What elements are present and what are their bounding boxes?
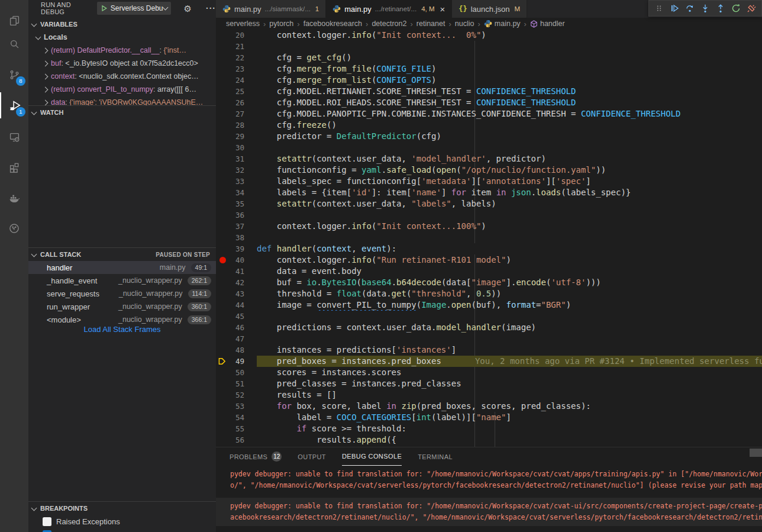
- code-line[interactable]: 30: [216, 142, 762, 153]
- gutter-margin[interactable]: [216, 434, 229, 446]
- gutter-margin[interactable]: [216, 412, 229, 423]
- code-line[interactable]: 22 cfg = get_cfg(): [216, 52, 762, 63]
- gutter-margin[interactable]: [216, 198, 229, 209]
- gutter-margin[interactable]: [216, 367, 229, 378]
- gutter-margin[interactable]: [216, 266, 229, 277]
- editor-tab[interactable]: main.py.../retinanet/...4, M×: [326, 0, 452, 18]
- variable-row[interactable]: (return) DefaultPredictor.__call__: {'in…: [28, 44, 216, 57]
- variable-row[interactable]: context: <nuclio_sdk.context.Context obj…: [28, 70, 216, 83]
- code-line[interactable]: 50 scores = instances.scores: [216, 367, 762, 378]
- activity-remote-explorer[interactable]: [0, 124, 28, 150]
- code-line[interactable]: 37 context.logger.info("Init context...1…: [216, 221, 762, 232]
- gutter-margin[interactable]: [216, 30, 229, 41]
- gutter-margin[interactable]: [216, 187, 229, 198]
- panel-scrollbar[interactable]: [750, 449, 762, 457]
- load-all-stack-frames-link[interactable]: Load All Stack Frames: [28, 325, 216, 334]
- code-editor[interactable]: 20 context.logger.info("Init context... …: [216, 30, 762, 447]
- gutter-margin[interactable]: [216, 165, 229, 176]
- gutter-margin[interactable]: [216, 41, 229, 52]
- variable-row[interactable]: buf: <_io.BytesIO object at 0x7f5a2dc1ec…: [28, 57, 216, 70]
- code-line[interactable]: 47: [216, 333, 762, 344]
- activity-extensions[interactable]: [0, 154, 28, 180]
- activity-run-debug[interactable]: 1: [0, 92, 28, 118]
- breakpoint-row[interactable]: ✓Uncaught Exceptions: [28, 528, 216, 532]
- gutter-margin[interactable]: [216, 63, 229, 75]
- code-line[interactable]: 20 context.logger.info("Init context... …: [216, 30, 762, 41]
- gutter-margin[interactable]: [216, 389, 229, 401]
- code-line[interactable]: 36: [216, 209, 762, 221]
- code-line[interactable]: 56 results.append({: [216, 434, 762, 446]
- debug-config-dropdown[interactable]: Serverless Debu: [97, 2, 171, 15]
- stack-frame-row[interactable]: serve_requests_nuclio_wrapper.py114:1: [28, 287, 216, 300]
- gutter-margin[interactable]: [216, 311, 229, 322]
- code-line[interactable]: 33 labels_spec = functionconfig['metadat…: [216, 176, 762, 187]
- breadcrumb-item[interactable]: detectron2: [372, 20, 406, 28]
- continue-button[interactable]: [667, 1, 682, 15]
- breakpoint-icon[interactable]: [219, 257, 226, 263]
- step-over-button[interactable]: [682, 1, 698, 15]
- code-line[interactable]: 26 cfg.MODEL.ROI_HEADS.SCORE_THRESH_TEST…: [216, 97, 762, 108]
- code-line[interactable]: 21: [216, 41, 762, 52]
- gutter-margin[interactable]: [216, 221, 229, 232]
- gutter-margin[interactable]: [216, 108, 229, 120]
- panel-tab-problems[interactable]: PROBLEMS12: [230, 448, 282, 466]
- gutter-margin[interactable]: [216, 288, 229, 299]
- code-line[interactable]: 44 image = convert_PIL_to_numpy(Image.op…: [216, 299, 762, 311]
- gutter-margin[interactable]: [216, 153, 229, 165]
- gutter-margin[interactable]: [216, 401, 229, 412]
- step-into-button[interactable]: [698, 1, 713, 15]
- gutter-margin[interactable]: [216, 176, 229, 187]
- code-line[interactable]: 34 labels = {item['id']: item['name'] fo…: [216, 187, 762, 198]
- disconnect-button[interactable]: [744, 1, 759, 15]
- gutter-margin[interactable]: [216, 322, 229, 333]
- gutter-margin[interactable]: [216, 86, 229, 97]
- code-line[interactable]: 40 context.logger.info("Run retinanet-R1…: [216, 254, 762, 266]
- gutter-margin[interactable]: [216, 131, 229, 142]
- panel-tab-output[interactable]: OUTPUT: [298, 448, 326, 466]
- gutter-margin[interactable]: [216, 333, 229, 344]
- code-line[interactable]: 54 label = COCO_CATEGORIES[int(label)]["…: [216, 412, 762, 423]
- watch-section-header[interactable]: WATCH: [28, 106, 216, 119]
- checkbox-unchecked[interactable]: [43, 517, 51, 526]
- code-line[interactable]: 48 instances = predictions['instances']: [216, 344, 762, 356]
- code-line[interactable]: 29 predictor = DefaultPredictor(cfg): [216, 131, 762, 142]
- step-out-button[interactable]: [713, 1, 728, 15]
- activity-circle-branch[interactable]: [0, 215, 28, 241]
- gutter-margin[interactable]: [216, 75, 229, 86]
- breadcrumb-item[interactable]: retinanet: [416, 20, 445, 28]
- gutter-margin[interactable]: [216, 142, 229, 153]
- stack-frame-row[interactable]: _handle_event_nuclio_wrapper.py262:1: [28, 274, 216, 287]
- code-line[interactable]: 49 pred_boxes = instances.pred_boxesYou,…: [216, 356, 762, 367]
- close-icon[interactable]: ×: [440, 5, 445, 14]
- gutter-margin[interactable]: [216, 209, 229, 221]
- breadcrumb-item[interactable]: facebookresearch: [303, 20, 362, 28]
- stack-frame-row[interactable]: handlermain.py49:1: [28, 261, 216, 274]
- activity-search[interactable]: [0, 31, 28, 57]
- gutter-margin[interactable]: [216, 423, 229, 434]
- variable-row[interactable]: (return) convert_PIL_to_numpy: array([[[…: [28, 83, 216, 96]
- code-line[interactable]: 28 cfg.freeze(): [216, 120, 762, 131]
- checkbox-checked[interactable]: ✓: [43, 530, 51, 532]
- code-line[interactable]: 23 cfg.merge_from_file(CONFIG_FILE): [216, 63, 762, 75]
- gutter-margin[interactable]: [216, 52, 229, 63]
- breadcrumb-item[interactable]: handler: [530, 20, 565, 28]
- code-line[interactable]: 39def handler(context, event):: [216, 243, 762, 254]
- gutter-margin[interactable]: [216, 378, 229, 389]
- more-actions-icon[interactable]: ···: [206, 4, 216, 13]
- code-line[interactable]: 53 for box, score, label in zip(pred_box…: [216, 401, 762, 412]
- call-stack-section-header[interactable]: CALL STACK PAUSED ON STEP: [28, 248, 216, 261]
- gutter-margin[interactable]: [216, 120, 229, 131]
- gutter-margin[interactable]: [216, 243, 229, 254]
- panel-tab-debug-console[interactable]: DEBUG CONSOLE: [342, 448, 402, 466]
- breakpoint-row[interactable]: Raised Exceptions: [28, 515, 216, 528]
- code-line[interactable]: 35 setattr(context.user_data, "labels", …: [216, 198, 762, 209]
- code-line[interactable]: 31 setattr(context.user_data, 'model_han…: [216, 153, 762, 165]
- activity-explorer[interactable]: [0, 7, 28, 33]
- gutter-margin[interactable]: [216, 254, 229, 266]
- activity-source-control[interactable]: 8: [0, 62, 28, 88]
- stack-frame-row[interactable]: run_wrapper_nuclio_wrapper.py360:1: [28, 300, 216, 313]
- code-line[interactable]: 55 if score >= threshold:: [216, 423, 762, 434]
- variables-scope-locals[interactable]: Locals: [28, 31, 216, 44]
- gutter-margin[interactable]: [216, 232, 229, 243]
- code-line[interactable]: 25 cfg.MODEL.RETINANET.SCORE_THRESH_TEST…: [216, 86, 762, 97]
